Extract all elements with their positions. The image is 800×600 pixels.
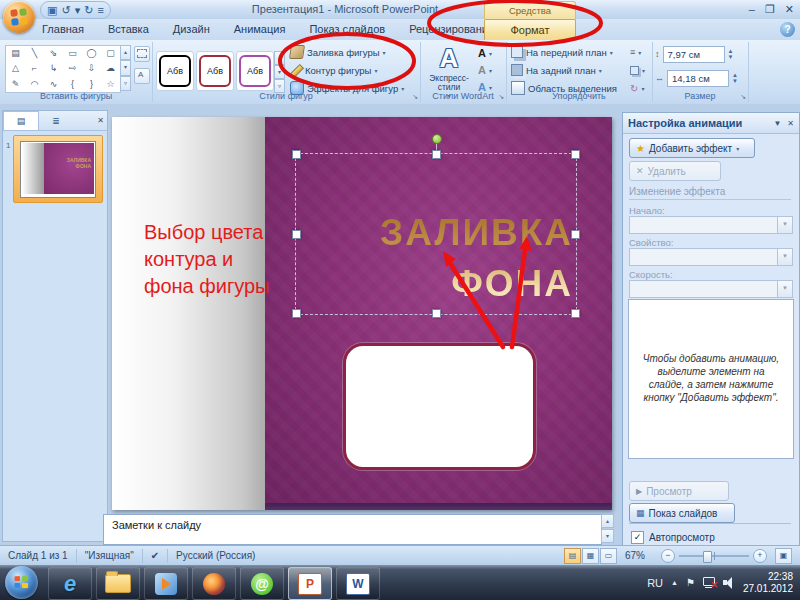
slide-show-button[interactable]: ▦ Показ слайдов xyxy=(629,503,735,523)
undo-icon[interactable]: ↺ xyxy=(61,3,70,17)
animation-list[interactable]: Чтобы добавить анимацию, выделите элемен… xyxy=(628,299,794,459)
shape-icon[interactable]: ☆ xyxy=(101,77,120,92)
shape-icon[interactable]: ∿ xyxy=(44,77,63,92)
zoom-in-icon[interactable]: + xyxy=(753,549,767,563)
shape-icon[interactable]: ▭ xyxy=(63,46,82,61)
pane-menu-icon[interactable]: ▼ xyxy=(773,119,781,128)
resize-handle[interactable] xyxy=(571,150,580,159)
taskbar-ie[interactable]: e xyxy=(48,567,92,600)
shape-icon[interactable]: ⌐ xyxy=(25,61,44,76)
start-button[interactable] xyxy=(5,566,38,599)
office-button[interactable] xyxy=(3,1,35,33)
shape-icon[interactable]: △ xyxy=(6,61,25,76)
resize-handle[interactable] xyxy=(292,150,301,159)
help-icon[interactable]: ? xyxy=(780,22,795,37)
shape-icon[interactable]: ▢ xyxy=(101,46,120,61)
language-badge[interactable]: RU xyxy=(647,577,663,589)
start-combo[interactable]: ▼ xyxy=(629,216,793,234)
height-spinner[interactable]: ▲▼ xyxy=(728,48,734,60)
shape-icon[interactable]: ◠ xyxy=(25,77,44,92)
scroll-up-icon[interactable]: ▴ xyxy=(120,45,131,60)
resize-handle[interactable] xyxy=(292,309,301,318)
dialog-launcher-icon[interactable]: ↘ xyxy=(412,93,418,101)
taskbar-powerpoint[interactable]: P xyxy=(288,567,332,600)
language-indicator[interactable]: Русский (Россия) xyxy=(168,549,263,563)
network-icon[interactable]: ✕ xyxy=(703,577,715,588)
save-icon[interactable]: ▣ xyxy=(47,3,57,17)
fit-to-window-icon[interactable]: ▣ xyxy=(775,548,792,564)
tab-format-active[interactable]: Формат xyxy=(484,19,576,41)
view-normal-icon[interactable]: ▤ xyxy=(564,548,581,564)
gallery-more-icon[interactable]: ▿ xyxy=(120,76,131,91)
shape-icon[interactable]: ✎ xyxy=(6,77,25,92)
close-icon[interactable]: ✕ xyxy=(785,3,794,16)
spellcheck-icon[interactable]: ✔ xyxy=(143,549,168,563)
bring-to-front-button[interactable]: На передний план▾ xyxy=(511,44,613,60)
shape-fill-button[interactable]: Заливка фигуры▾ xyxy=(290,44,386,60)
selection-box[interactable] xyxy=(295,153,577,315)
shape-outline-button[interactable]: Контур фигуры▾ xyxy=(290,62,377,78)
scroll-down-icon[interactable]: ▾ xyxy=(601,529,614,543)
pane-close-icon[interactable]: ✕ xyxy=(787,119,794,128)
text-outline-button[interactable]: А▾ xyxy=(478,62,492,78)
scroll-up-icon[interactable]: ▴ xyxy=(601,514,614,528)
resize-handle[interactable] xyxy=(571,230,580,239)
remove-button[interactable]: ✕ Удалить xyxy=(629,161,721,181)
shape-icon[interactable]: ☁ xyxy=(101,61,120,76)
shape-style-sample[interactable]: Абв xyxy=(236,51,274,91)
property-combo[interactable]: ▼ xyxy=(629,248,793,266)
resize-handle[interactable] xyxy=(432,309,441,318)
text-box-button[interactable]: A xyxy=(134,68,150,84)
shape-height-field[interactable]: ↕ 7,97 см ▲▼ xyxy=(655,46,733,62)
dialog-launcher-icon[interactable]: ↘ xyxy=(498,93,504,101)
tab-outline[interactable]: ≣ xyxy=(39,112,73,130)
slide-canvas[interactable]: Выбор цвета контура и фона фигуры ЗАЛИВК… xyxy=(112,117,612,510)
resize-handle[interactable] xyxy=(292,230,301,239)
rotate-handle[interactable] xyxy=(432,134,442,144)
undo-dropdown-icon[interactable]: ▾ xyxy=(75,3,81,17)
shape-icon[interactable]: ▤ xyxy=(6,46,25,61)
preview-button[interactable]: ▶ Просмотр xyxy=(629,481,729,501)
view-sorter-icon[interactable]: ▦ xyxy=(582,548,599,564)
resize-handle[interactable] xyxy=(571,309,580,318)
taskbar-explorer[interactable] xyxy=(96,567,140,600)
shape-icon[interactable]: ↳ xyxy=(44,61,63,76)
add-effect-button[interactable]: ★ Добавить эффект ▾ xyxy=(629,138,755,158)
maximize-icon[interactable]: ❐ xyxy=(765,3,775,16)
clock[interactable]: 22:38 27.01.2012 xyxy=(743,571,797,595)
shape-icon[interactable]: ╲ xyxy=(25,46,44,61)
hidden-icons-icon[interactable]: ▲ xyxy=(671,579,678,586)
edit-shape-button[interactable] xyxy=(134,46,150,62)
zoom-out-icon[interactable]: − xyxy=(661,549,675,563)
taskbar-mail-agent[interactable]: @ xyxy=(240,567,284,600)
taskbar-firefox[interactable] xyxy=(192,567,236,600)
panel-close-icon[interactable]: ✕ xyxy=(97,116,104,125)
zoom-slider-thumb[interactable] xyxy=(703,551,712,563)
tab-slides-thumbnails[interactable]: ▤ xyxy=(3,111,39,130)
shape-icon[interactable]: } xyxy=(82,77,101,92)
auto-preview-checkbox[interactable]: ✓ Автопросмотр xyxy=(631,531,715,544)
shape-icon[interactable]: ⇩ xyxy=(82,61,101,76)
resize-handle[interactable] xyxy=(432,150,441,159)
shape-style-sample[interactable]: Абв xyxy=(156,51,194,91)
scroll-up-icon[interactable]: ▴ xyxy=(274,51,285,65)
align-button[interactable]: ≡▾ xyxy=(630,44,641,60)
group-objects-button[interactable]: ▾ xyxy=(630,62,645,78)
slide-thumbnail[interactable]: ЗАЛИВКАФОНА xyxy=(13,135,103,203)
view-slideshow-icon[interactable]: ▭ xyxy=(600,548,617,564)
width-spinner[interactable]: ▲▼ xyxy=(732,72,738,84)
shape-icon[interactable]: ◯ xyxy=(82,46,101,61)
action-center-flag-icon[interactable]: ⚑ xyxy=(686,577,695,588)
tab-design[interactable]: Дизайн xyxy=(161,20,222,41)
tab-home[interactable]: Главная xyxy=(30,20,96,41)
tab-insert[interactable]: Вставка xyxy=(96,20,161,41)
minimize-icon[interactable]: – xyxy=(749,3,755,16)
taskbar-word[interactable]: W xyxy=(336,567,380,600)
scroll-down-icon[interactable]: ▾ xyxy=(274,65,285,79)
dialog-launcher-icon[interactable]: ↘ xyxy=(740,93,746,101)
rounded-rectangle-shape[interactable] xyxy=(343,343,536,470)
send-to-back-button[interactable]: На задний план▾ xyxy=(511,62,602,78)
shape-icon[interactable]: { xyxy=(63,77,82,92)
qat-customize-icon[interactable]: ≡ xyxy=(97,3,103,17)
tab-animation[interactable]: Анимация xyxy=(222,20,298,41)
